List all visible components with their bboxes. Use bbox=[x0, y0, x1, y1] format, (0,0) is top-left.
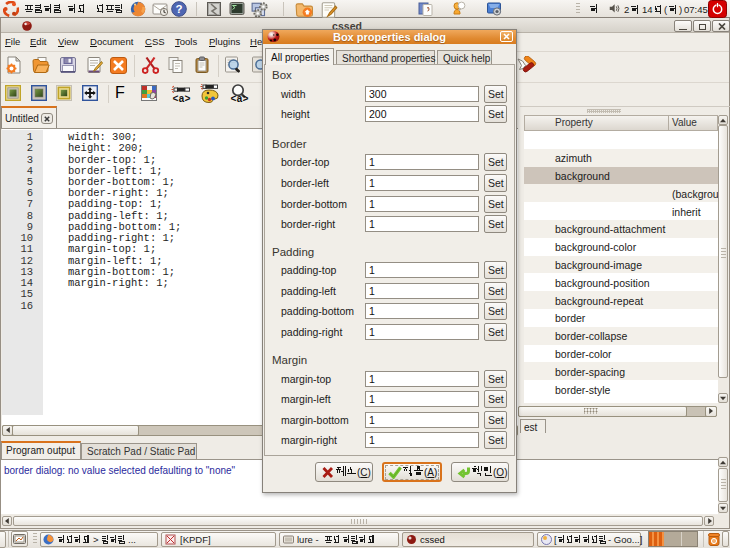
svg-text:?: ? bbox=[175, 3, 182, 15]
svg-text:<a>: <a> bbox=[173, 94, 191, 104]
svg-text:<a>: <a> bbox=[231, 94, 249, 104]
